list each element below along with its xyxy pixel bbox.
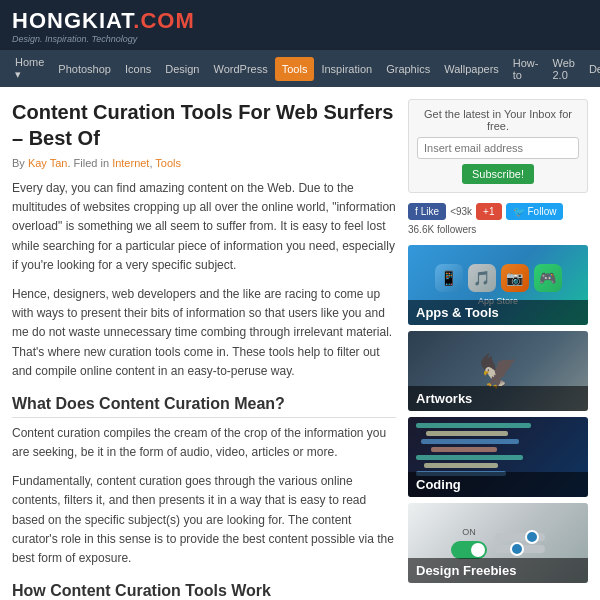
section1-para-1: Content curation compiles the cream of t…	[12, 424, 396, 462]
nav-design[interactable]: Design	[158, 57, 206, 81]
nav-photoshop[interactable]: Photoshop	[51, 57, 118, 81]
category-internet[interactable]: Internet	[112, 157, 149, 169]
nav-deals[interactable]: Deals	[582, 57, 600, 81]
nav-tools[interactable]: Tools	[275, 57, 315, 81]
gp-label: +1	[483, 206, 494, 217]
meta-by: By	[12, 157, 25, 169]
nav-wallpapers[interactable]: Wallpapers	[437, 57, 506, 81]
nav-howto[interactable]: How-to	[506, 51, 546, 87]
code-line-3	[421, 439, 519, 444]
article-title: Content Curation Tools For Web Surfers –…	[12, 99, 396, 151]
fb-count: <93k	[450, 206, 472, 217]
card-design-label: Design Freebies	[408, 558, 588, 583]
body-para-2: Hence, designers, web developers and the…	[12, 285, 396, 381]
cta-text: Get the latest in Your Inbox for free.	[417, 108, 579, 132]
design-sliders	[495, 533, 545, 553]
nav-wordpress[interactable]: WordPress	[207, 57, 275, 81]
logo-com: .COM	[133, 8, 194, 33]
sidebar: Get the latest in Your Inbox for free. S…	[408, 99, 588, 600]
app-icons-row: 📱 🎵 📷 🎮	[435, 264, 562, 292]
app-icon-2: 🎵	[468, 264, 496, 292]
main-content: Content Curation Tools For Web Surfers –…	[12, 99, 396, 600]
nav-web20[interactable]: Web 2.0	[545, 51, 581, 87]
article-body: Every day, you can find amazing content …	[12, 179, 396, 600]
social-row: f Like <93k +1 🐦 Follow 36.6K followers	[408, 203, 588, 235]
fb-icon: f	[415, 206, 418, 217]
subscribe-button[interactable]: Subscribe!	[462, 164, 534, 184]
sidebar-card-artworks[interactable]: 🦅 Artworks	[408, 331, 588, 411]
site-header: HONGKIAT.COM Design. Inspiration. Techno…	[0, 0, 600, 50]
code-line-6	[424, 463, 498, 468]
card-coding-label: Coding	[408, 472, 588, 497]
sidebar-card-design[interactable]: ON Design Freebies	[408, 503, 588, 583]
tw-count: 36.6K followers	[408, 224, 476, 235]
article-meta: By Kay Tan. Filed in Internet, Tools	[12, 157, 396, 169]
sidebar-card-coding[interactable]: Coding	[408, 417, 588, 497]
meta-filed: Filed in	[74, 157, 109, 169]
section1-para-2: Fundamentally, content curation goes thr…	[12, 472, 396, 568]
nav-graphics[interactable]: Graphics	[379, 57, 437, 81]
section2-heading: How Content Curation Tools Work	[12, 582, 396, 600]
app-icon-3: 📷	[501, 264, 529, 292]
toggle-switch	[451, 541, 487, 559]
section1-heading: What Does Content Curation Mean?	[12, 395, 396, 418]
nav-inspiration[interactable]: Inspiration	[314, 57, 379, 81]
author-link[interactable]: Kay Tan	[28, 157, 68, 169]
site-logo: HONGKIAT.COM Design. Inspiration. Techno…	[12, 8, 588, 44]
pelican-icon: 🦅	[478, 352, 518, 390]
gplus-button[interactable]: +1	[476, 203, 501, 220]
slider-2	[495, 545, 545, 553]
nav-home[interactable]: Home ▾	[8, 50, 51, 87]
slider-thumb-1	[525, 530, 539, 544]
sidebar-cta: Get the latest in Your Inbox for free. S…	[408, 99, 588, 193]
code-line-5	[416, 455, 523, 460]
card-apps-label: Apps & Tools	[408, 300, 588, 325]
logo-text: HONGKIAT.COM	[12, 8, 588, 34]
slider-1	[495, 533, 545, 541]
category-tools[interactable]: Tools	[155, 157, 181, 169]
sidebar-card-apps[interactable]: 📱 🎵 📷 🎮 App Store Apps & Tools	[408, 245, 588, 325]
code-line-4	[431, 447, 497, 452]
content-wrapper: Content Curation Tools For Web Surfers –…	[0, 87, 600, 600]
slider-thumb-2	[510, 542, 524, 556]
logo-tagline: Design. Inspiration. Technology	[12, 34, 588, 44]
on-label: ON	[451, 527, 487, 537]
fb-label: Like	[421, 206, 439, 217]
design-toggle-container: ON	[451, 527, 487, 559]
code-line-1	[416, 423, 531, 428]
tw-label: Follow	[528, 206, 557, 217]
facebook-button[interactable]: f Like	[408, 203, 446, 220]
email-input[interactable]	[417, 137, 579, 159]
card-artworks-label: Artworks	[408, 386, 588, 411]
nav-icons[interactable]: Icons	[118, 57, 158, 81]
app-icon-4: 🎮	[534, 264, 562, 292]
body-para-1: Every day, you can find amazing content …	[12, 179, 396, 275]
tw-icon: 🐦	[513, 206, 525, 217]
code-line-2	[426, 431, 508, 436]
app-icon-1: 📱	[435, 264, 463, 292]
main-nav: Home ▾ Photoshop Icons Design WordPress …	[0, 50, 600, 87]
twitter-button[interactable]: 🐦 Follow	[506, 203, 564, 220]
